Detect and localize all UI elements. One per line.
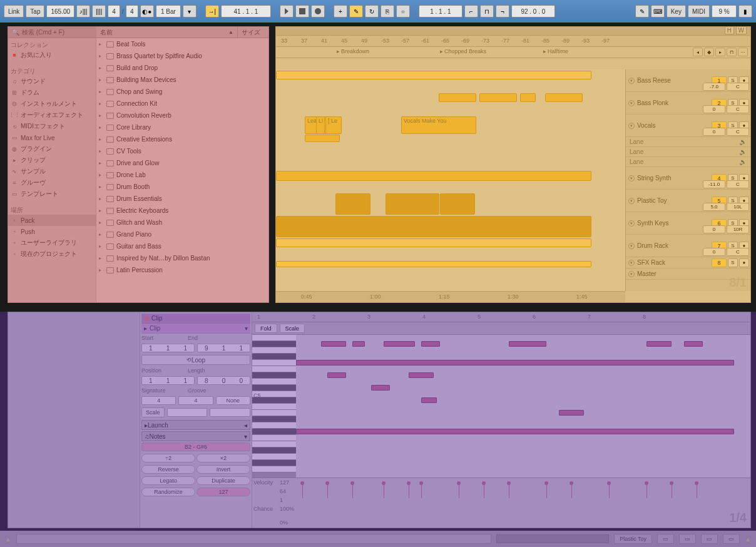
clip-synth-keys[interactable]: [276, 216, 591, 237]
expand-icon[interactable]: ▸: [99, 243, 104, 249]
piano-key[interactable]: [252, 347, 296, 354]
expand-icon[interactable]: ▸: [99, 101, 104, 106]
velocity-handle[interactable]: [300, 481, 304, 485]
midi-note[interactable]: [296, 429, 734, 434]
midi-note[interactable]: [409, 372, 434, 378]
fold-button[interactable]: Fold: [255, 324, 277, 333]
piano-key[interactable]: [252, 341, 296, 347]
piano-key[interactable]: [252, 435, 296, 441]
half-button[interactable]: ÷2: [141, 454, 195, 463]
expand-icon[interactable]: ▸: [99, 172, 104, 178]
velocity-handle[interactable]: [695, 481, 698, 485]
velocity-stem[interactable]: [384, 483, 384, 498]
expand-icon[interactable]: ▸: [99, 53, 104, 59]
pack-item[interactable]: ▸CV Tools: [96, 145, 268, 157]
duplicate-button[interactable]: Duplicate: [197, 476, 250, 485]
double-button[interactable]: ×2: [197, 454, 250, 463]
velocity-handle[interactable]: [350, 481, 354, 485]
end-field[interactable]: 911: [197, 344, 250, 352]
midi-note[interactable]: [684, 341, 703, 347]
category-item[interactable]: ⊞ドラム: [8, 87, 96, 98]
tap-button[interactable]: Tap: [26, 5, 44, 18]
track-header[interactable]: ▾SFX Rack8S●: [626, 257, 750, 268]
velocity-handle[interactable]: [382, 481, 386, 485]
velocity-handle[interactable]: [325, 481, 329, 485]
piano-key[interactable]: [252, 416, 296, 422]
status-track-name[interactable]: Plastic Toy: [614, 534, 652, 544]
category-item[interactable]: ◍プラグイン: [8, 143, 96, 155]
velocity-handle[interactable]: [670, 481, 673, 485]
velocity-stem[interactable]: [546, 483, 547, 498]
prev-locator-icon[interactable]: ◂: [693, 48, 703, 56]
velocity-stem[interactable]: [609, 483, 610, 498]
legato-button[interactable]: Legato: [141, 476, 195, 485]
scale-type[interactable]: [210, 408, 250, 417]
track-volume[interactable]: 0: [703, 225, 725, 233]
velocity-handle[interactable]: [607, 481, 611, 485]
take-lane[interactable]: Lane🔈: [626, 157, 750, 167]
invert-button[interactable]: Invert: [197, 465, 250, 474]
piano-key[interactable]: [252, 410, 296, 416]
pack-item[interactable]: ▸Drone Lab: [96, 169, 268, 181]
track-header[interactable]: ▾String Synth4S●-11.0C: [626, 167, 750, 190]
status-io-4[interactable]: ▭: [723, 534, 740, 544]
piano-key[interactable]: [252, 460, 296, 466]
piano-key[interactable]: [252, 354, 296, 360]
velocity-stem[interactable]: [646, 483, 647, 498]
lane-speaker-icon[interactable]: 🔈: [739, 138, 747, 145]
expand-icon[interactable]: ▸: [99, 148, 104, 154]
clip-bass-plonk[interactable]: [439, 93, 476, 102]
expand-icon[interactable]: ▸: [99, 232, 104, 237]
pack-item[interactable]: ▸Grand Piano: [96, 228, 268, 240]
status-tri-right[interactable]: ▲: [745, 536, 751, 543]
pack-item[interactable]: ▸Build and Drop: [96, 62, 268, 74]
clip-plastic-2[interactable]: [386, 193, 439, 215]
velocity-stem[interactable]: [484, 483, 484, 498]
track-fold-icon[interactable]: ▾: [628, 100, 635, 106]
category-item[interactable]: ▭テンプレート: [8, 188, 96, 200]
place-item[interactable]: ▫Pack: [8, 215, 96, 226]
pack-item[interactable]: ▸Creative Extensions: [96, 133, 268, 145]
clip-title-bar[interactable]: Clip: [141, 314, 250, 324]
expand-icon[interactable]: ▸: [99, 267, 104, 273]
reenable-icon[interactable]: ↻: [365, 5, 379, 18]
midi-note[interactable]: [421, 341, 440, 347]
sig-den-field[interactable]: 4: [178, 396, 213, 405]
expand-icon[interactable]: ▸: [99, 65, 104, 71]
category-item[interactable]: ⋮⋮オーディオエフェクト: [8, 110, 96, 121]
play-position[interactable]: 1 . 1 . 1: [419, 5, 462, 18]
scale-button[interactable]: Scale: [141, 407, 165, 417]
loop-icon[interactable]: ⊓: [480, 5, 494, 18]
piano-key[interactable]: [252, 335, 296, 341]
locator-marker[interactable]: Chopped Breaks: [439, 48, 488, 54]
quantize-dropdown-icon[interactable]: ▾: [183, 5, 197, 18]
velocity-handle[interactable]: [544, 481, 548, 485]
track-volume[interactable]: 0: [703, 248, 725, 256]
status-io-1[interactable]: ▭: [657, 534, 674, 544]
start-field[interactable]: 111: [141, 344, 195, 352]
place-item[interactable]: ▫現在のプロジェクト: [8, 248, 96, 260]
options-icon[interactable]: ⋯: [738, 48, 748, 56]
stop-button[interactable]: [295, 5, 309, 18]
track-number[interactable]: 8: [712, 258, 727, 267]
clip-li[interactable]: Li: [316, 116, 325, 134]
timesig-num[interactable]: 4: [108, 5, 120, 18]
category-item[interactable]: ▸クリップ: [8, 155, 96, 166]
take-lane[interactable]: Lane🔈: [626, 147, 750, 157]
track-pan[interactable]: C: [727, 83, 749, 91]
velocity-handle[interactable]: [457, 481, 461, 485]
lane-speaker-icon[interactable]: 🔈: [739, 158, 747, 165]
midi-note[interactable]: [352, 341, 365, 347]
velocity-handle[interactable]: [419, 481, 423, 485]
track-header[interactable]: ▾Bass Reese1S●-7.0C: [626, 69, 750, 92]
velocity-handle[interactable]: [407, 481, 411, 485]
pack-item[interactable]: ▸Core Library: [96, 121, 268, 133]
loop-button[interactable]: ⟲ Loop: [141, 355, 250, 365]
scale-root[interactable]: [167, 408, 208, 417]
track-pan[interactable]: C: [727, 180, 749, 188]
randomize-value[interactable]: 127: [197, 488, 250, 496]
reverse-button[interactable]: Reverse: [141, 465, 195, 474]
track-header[interactable]: ▾Synth Keys6S●010R: [626, 212, 750, 235]
track-fold-icon[interactable]: ▾: [628, 123, 635, 129]
piano-key[interactable]: [252, 447, 296, 454]
